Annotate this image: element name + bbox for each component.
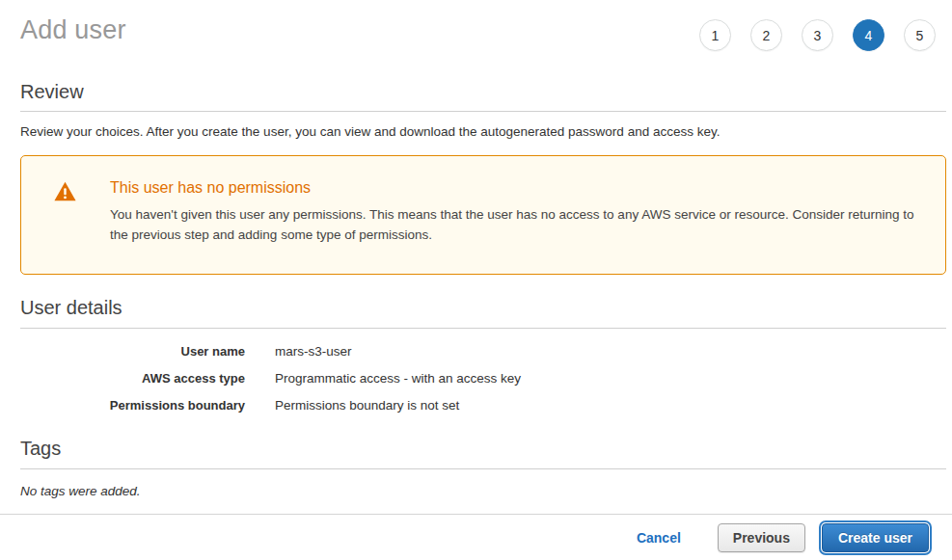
step-indicator: 1 2 3 4 5 (699, 19, 936, 51)
tags-heading: Tags (20, 438, 932, 460)
user-details-section: User details User name mars-s3-user AWS … (20, 297, 932, 413)
previous-button[interactable]: Previous (718, 523, 805, 552)
user-details-heading: User details (20, 297, 932, 319)
review-description: Review your choices. After you create th… (20, 124, 932, 139)
detail-row-access-type: AWS access type Programmatic access - wi… (20, 371, 932, 386)
warning-title: This user has no permissions (110, 179, 930, 197)
user-details-divider (20, 328, 946, 329)
detail-row-user-name: User name mars-s3-user (20, 344, 932, 359)
review-heading: Review (20, 81, 932, 103)
warning-triangle-icon (54, 179, 110, 256)
step-4-active: 4 (853, 19, 884, 51)
step-1: 1 (699, 19, 731, 51)
detail-value: Programmatic access - with an access key (275, 371, 521, 386)
warning-text: This user has no permissions You haven't… (110, 179, 930, 256)
step-5: 5 (904, 19, 936, 51)
tags-empty-text: No tags were added. (20, 484, 932, 498)
user-details-rows: User name mars-s3-user AWS access type P… (20, 344, 932, 413)
detail-label: User name (20, 344, 245, 359)
tags-divider (20, 468, 946, 469)
review-section: Review Review your choices. After you cr… (20, 81, 932, 139)
review-divider (20, 111, 946, 112)
tags-section: Tags No tags were added. (20, 438, 932, 498)
step-2: 2 (750, 19, 782, 51)
detail-row-permissions-boundary: Permissions boundary Permissions boundar… (20, 398, 932, 413)
detail-value: mars-s3-user (275, 344, 352, 359)
create-user-button[interactable]: Create user (822, 523, 929, 552)
detail-label: Permissions boundary (20, 398, 245, 413)
detail-label: AWS access type (20, 371, 245, 386)
cancel-link[interactable]: Cancel (637, 530, 681, 546)
step-3: 3 (802, 19, 833, 51)
no-permissions-warning: This user has no permissions You haven't… (20, 155, 946, 275)
add-user-wizard-page: Add user 1 2 3 4 5 Review Review your ch… (0, 0, 952, 560)
wizard-header: Add user 1 2 3 4 5 (0, 0, 952, 69)
warning-body: You haven't given this user any permissi… (110, 204, 930, 245)
detail-value: Permissions boundary is not set (275, 398, 459, 413)
wizard-footer: Cancel Previous Create user (0, 514, 952, 560)
